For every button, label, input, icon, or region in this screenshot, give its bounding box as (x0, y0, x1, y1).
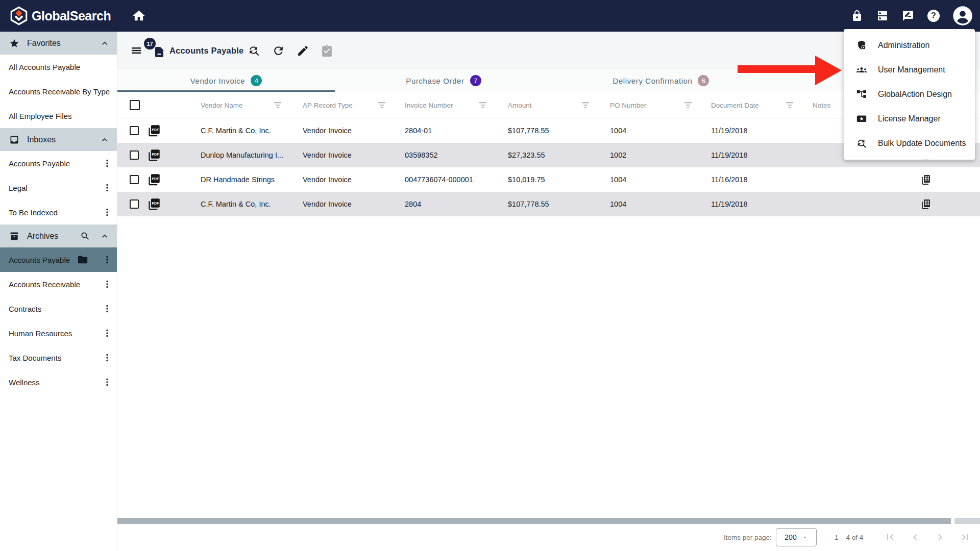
sidebar: Favorites All Accounts Payable Accounts … (0, 32, 117, 551)
cell-vendor-name: C.F. Martin & Co, Inc. (201, 127, 271, 135)
home-icon[interactable] (132, 9, 146, 23)
menu-item-bulk-update-documents[interactable]: Bulk Update Documents (844, 131, 975, 156)
find-replace-icon[interactable] (243, 40, 264, 61)
feedback-icon[interactable] (901, 9, 915, 22)
menu-item-label: User Management (878, 65, 945, 74)
kebab-menu-icon[interactable] (102, 254, 113, 265)
col-header-amount[interactable]: Amount (508, 101, 532, 109)
account-avatar[interactable] (952, 6, 973, 26)
menu-item-user-management[interactable]: User Management (844, 58, 975, 82)
sidebar-inbox-accounts-payable[interactable]: Accounts Payable (0, 151, 117, 176)
row-checkbox[interactable] (130, 151, 139, 160)
item-label: To Be Indexed (9, 208, 102, 217)
items-per-page-label: Items per page: (724, 534, 772, 541)
cell-ap-record-type: Vendor Invoice (303, 127, 352, 135)
sidebar-section-inboxes[interactable]: Inboxes (0, 128, 117, 151)
related-table-icon[interactable] (920, 198, 932, 210)
menu-item-license-manager[interactable]: License Manager (844, 107, 975, 131)
filter-icon[interactable] (784, 101, 795, 110)
cell-po-number: 1004 (610, 127, 626, 135)
col-header-vendor-name[interactable]: Vendor Name (201, 101, 243, 109)
table-row[interactable]: PDF DR Handmade Strings Vendor Invoice 0… (117, 167, 980, 192)
cell-ap-record-type: Vendor Invoice (303, 151, 352, 159)
pdf-file-icon[interactable]: PDF (147, 173, 161, 187)
related-table-icon[interactable] (920, 173, 932, 186)
menu-hamburger-icon[interactable] (130, 44, 143, 57)
kebab-menu-icon[interactable] (102, 279, 113, 290)
select-all-checkbox[interactable] (130, 100, 140, 110)
filter-icon[interactable] (682, 101, 694, 110)
sidebar-section-favorites[interactable]: Favorites (0, 32, 117, 55)
tab-vendor-invoice[interactable]: Vendor Invoice 4 (117, 69, 335, 92)
scrollbar-track[interactable] (954, 518, 980, 524)
col-header-notes[interactable]: Notes (813, 101, 830, 109)
kebab-menu-icon[interactable] (102, 328, 113, 339)
filter-icon[interactable] (272, 101, 283, 110)
pdf-file-icon[interactable]: PDF (147, 148, 161, 162)
chevron-up-icon[interactable] (100, 231, 110, 241)
last-page-icon[interactable] (959, 531, 971, 543)
svg-text:PDF: PDF (152, 177, 159, 181)
col-header-document-date[interactable]: Document Date (711, 101, 759, 109)
chevron-up-icon[interactable] (100, 38, 110, 48)
queues-icon[interactable] (876, 9, 889, 22)
next-page-icon[interactable] (934, 531, 946, 543)
table-row[interactable]: PDF C.F. Martin & Co, Inc. Vendor Invoic… (117, 192, 980, 216)
item-label: All Employee Files (9, 112, 113, 120)
assignment-done-icon[interactable] (316, 40, 337, 61)
kebab-menu-icon[interactable] (102, 158, 113, 169)
sidebar-inbox-to-be-indexed[interactable]: To Be Indexed (0, 200, 117, 224)
sidebar-item-all-accounts-payable[interactable]: All Accounts Payable (0, 55, 117, 79)
sidebar-archive-accounts-payable[interactable]: Accounts Payable (0, 247, 117, 272)
filter-icon[interactable] (580, 101, 591, 110)
row-checkbox[interactable] (130, 175, 139, 184)
section-label: Favorites (27, 39, 100, 48)
item-label: Accounts Payable (9, 256, 77, 264)
previous-page-icon[interactable] (909, 531, 921, 543)
chevron-up-icon[interactable] (100, 135, 110, 145)
svg-text:PDF: PDF (152, 202, 159, 205)
first-page-icon[interactable] (884, 531, 896, 543)
lock-icon[interactable] (850, 9, 864, 22)
globalsearch-app: GlobalSearch ? (0, 0, 980, 551)
sidebar-archive-tax-documents[interactable]: Tax Documents (0, 345, 117, 370)
row-checkbox[interactable] (130, 126, 139, 135)
tab-label: Purchase Order (406, 77, 464, 85)
sidebar-item-accounts-receivable-by-type[interactable]: Accounts Receivable By Type (0, 79, 117, 104)
scrollbar-thumb[interactable] (117, 518, 951, 524)
sidebar-archive-contracts[interactable]: Contracts (0, 296, 117, 321)
sidebar-archive-wellness[interactable]: Wellness (0, 370, 117, 394)
cell-po-number: 1004 (610, 200, 626, 208)
sidebar-item-all-employee-files[interactable]: All Employee Files (0, 104, 117, 128)
filter-icon[interactable] (477, 101, 488, 110)
col-header-po-number[interactable]: PO Number (610, 101, 646, 109)
kebab-menu-icon[interactable] (102, 182, 113, 193)
menu-item-administration[interactable]: Administration (844, 33, 975, 58)
kebab-menu-icon[interactable] (102, 377, 113, 388)
page-size-select[interactable]: 200 (776, 528, 817, 546)
refresh-icon[interactable] (268, 40, 288, 61)
row-checkbox[interactable] (130, 199, 139, 209)
sidebar-inbox-legal[interactable]: Legal (0, 176, 117, 200)
help-icon[interactable]: ? (927, 9, 940, 22)
search-icon[interactable] (80, 231, 90, 241)
edit-pencil-icon[interactable] (292, 40, 313, 61)
col-header-ap-record-type[interactable]: AP Record Type (303, 101, 353, 109)
tab-count-badge: 7 (470, 75, 481, 86)
pdf-file-icon[interactable]: PDF (147, 197, 161, 211)
sidebar-section-archives[interactable]: Archives (0, 224, 117, 247)
col-header-invoice-number[interactable]: Invoice Number (405, 101, 453, 109)
tab-purchase-order[interactable]: Purchase Order 7 (335, 69, 552, 92)
filter-icon[interactable] (376, 101, 387, 110)
tab-label: Delivery Confirmation (613, 77, 693, 85)
sidebar-archive-human-resources[interactable]: Human Resources (0, 321, 117, 345)
menu-item-globalaction-design[interactable]: GlobalAction Design (844, 82, 975, 107)
sidebar-archive-accounts-receivable[interactable]: Accounts Receivable (0, 272, 117, 296)
annotation-arrow-head (815, 56, 842, 85)
pdf-file-icon[interactable]: PDF (147, 124, 161, 138)
admin-shield-icon (856, 40, 867, 51)
kebab-menu-icon[interactable] (102, 352, 113, 363)
kebab-menu-icon[interactable] (102, 303, 113, 314)
kebab-menu-icon[interactable] (102, 207, 113, 218)
cell-vendor-name: Dunlop Manufacturing I... (201, 151, 283, 159)
